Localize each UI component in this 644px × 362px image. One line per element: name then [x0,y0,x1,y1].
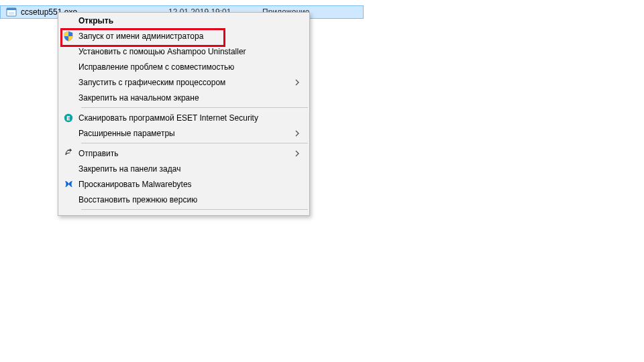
submenu-arrow-icon [292,150,303,157]
eset-icon [58,113,78,123]
menu-item-scan-malwarebytes[interactable]: Просканировать Malwarebytes [58,176,309,192]
menu-label: Запустить с графическим процессором [78,78,292,87]
menu-label: Отправить [78,149,292,158]
menu-separator [81,143,308,143]
menu-item-run-as-admin[interactable]: Запуск от имени администратора [58,28,309,44]
menu-item-ashampoo-uninstaller[interactable]: Установить с помощью Ashampoo Uninstalle… [58,44,309,59]
context-menu: Открыть Запуск от имени администратора У… [58,12,310,216]
menu-label: Восстановить прежнюю версию [78,195,303,204]
malwarebytes-icon [58,179,78,189]
menu-item-run-with-gpu[interactable]: Запустить с графическим процессором [58,74,309,90]
menu-item-pin-start[interactable]: Закрепить на начальном экране [58,90,309,105]
menu-item-copy-to-folder[interactable]: Копировать в папку... [58,212,309,216]
menu-label: Исправление проблем с совместимостью [78,62,303,72]
submenu-arrow-icon [292,79,303,86]
menu-label: Закрепить на начальном экране [78,93,303,103]
menu-item-advanced-options[interactable]: Расширенные параметры [58,125,309,141]
menu-label: Закрепить на панели задач [78,164,303,174]
menu-label: Расширенные параметры [78,129,292,138]
menu-label: Установить с помощью Ashampoo Uninstalle… [78,47,303,56]
share-icon [58,148,78,158]
menu-item-troubleshoot-compat[interactable]: Исправление проблем с совместимостью [58,59,309,74]
menu-label: Просканировать Malwarebytes [78,180,303,189]
svg-rect-2 [9,12,14,15]
menu-label: Сканировать программой ESET Internet Sec… [78,113,303,123]
menu-item-pin-taskbar[interactable]: Закрепить на панели задач [58,161,309,176]
menu-label: Копировать в папку... [78,215,303,217]
menu-label: Открыть [78,16,303,25]
menu-item-scan-eset[interactable]: Сканировать программой ESET Internet Sec… [58,110,309,125]
menu-separator [81,209,308,210]
menu-item-open[interactable]: Открыть [58,13,309,28]
menu-item-restore-previous-version[interactable]: Восстановить прежнюю версию [58,192,309,207]
menu-label: Запуск от имени администратора [78,32,303,41]
shield-icon [58,31,78,42]
exe-file-icon [6,7,17,17]
submenu-arrow-icon [292,130,303,137]
menu-item-send[interactable]: Отправить [58,145,309,161]
menu-separator [81,107,308,108]
svg-rect-1 [7,8,16,10]
